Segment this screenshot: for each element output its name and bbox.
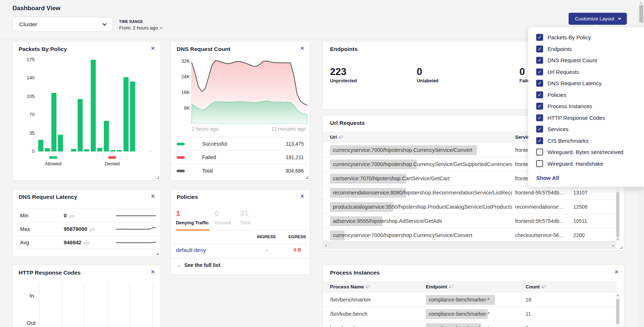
dropdown-item-services[interactable]: ✓Services [528, 123, 644, 135]
resize-handle[interactable] [306, 176, 308, 179]
checkbox-checked-icon[interactable]: ✓ [536, 91, 543, 98]
checkbox-checked-icon[interactable]: ✓ [536, 68, 543, 75]
see-full-list-link[interactable]: → See the full list [176, 262, 220, 268]
checkbox-checked-icon[interactable]: ✓ [536, 57, 543, 64]
legend-value: 191,211 [286, 154, 304, 160]
column-header-egress[interactable]: EGRESS [288, 235, 306, 239]
service-cell: recommendationse… [515, 200, 567, 214]
checkbox-unchecked-icon[interactable] [536, 160, 543, 167]
time-range-selector[interactable]: From: 2 hours ago [119, 25, 162, 31]
y-tick-label: 140 [27, 75, 35, 80]
bar-allowed [117, 150, 122, 151]
dropdown-item-cis-benchmarks[interactable]: ✓CIS Benchmarks [528, 135, 644, 147]
table-horizontal-scrollbar[interactable]: ◂ ▸ [323, 241, 616, 249]
divider [171, 258, 310, 258]
checkbox-checked-icon[interactable]: ✓ [536, 126, 543, 133]
checkbox-checked-icon[interactable]: ✓ [536, 46, 543, 52]
see-full-list-label: See the full list [184, 262, 220, 268]
scrollbar-thumb[interactable] [639, 5, 643, 23]
stat-value: 0 [417, 66, 439, 78]
chevron-down-icon [160, 26, 162, 29]
y-tick-label: 175 [27, 57, 35, 62]
gridline [84, 283, 85, 327]
resize-handle[interactable] [156, 176, 159, 179]
policy-link[interactable]: default-deny [176, 247, 206, 253]
checkbox-checked-icon[interactable]: ✓ [536, 114, 543, 121]
dropdown-item-endpoints[interactable]: ✓Endpoints [528, 43, 644, 55]
gridline [62, 283, 62, 327]
close-icon[interactable]: ✕ [150, 269, 155, 275]
scroll-down-icon[interactable]: ▼ [616, 238, 620, 241]
scroll-up-icon[interactable]: ▲ [639, 0, 644, 4]
close-icon[interactable]: ✕ [300, 193, 305, 200]
column-header-url[interactable]: Url [330, 131, 343, 143]
scroll-left-icon[interactable]: ◂ [325, 241, 327, 249]
count-cell: 9 [526, 321, 558, 327]
y-tick-label: 70 [30, 112, 35, 117]
count-cell: 18 [526, 293, 558, 307]
sort-icon [449, 285, 453, 289]
dropdown-item-url-requests[interactable]: ✓Url Requests [528, 66, 644, 78]
column-header-process-name[interactable]: Process Name [330, 281, 370, 293]
resize-handle[interactable] [156, 252, 159, 255]
customize-layout-button[interactable]: Customize Layout [569, 13, 627, 25]
dropdown-item-wireguard-handshake[interactable]: Wireguard. Handshake [528, 158, 644, 170]
column-header-endpoint[interactable]: Endpoint [426, 281, 453, 293]
show-all-link[interactable]: Show All [536, 175, 644, 181]
gridline [130, 283, 130, 327]
y-tick-label: 35 [30, 130, 35, 136]
dropdown-item-http-response-codes[interactable]: ✓HTTP Response Codes [528, 112, 644, 124]
divider [171, 244, 310, 244]
dropdown-item-policies[interactable]: ✓Policies [528, 89, 644, 101]
scroll-up-icon[interactable]: ▲ [616, 293, 620, 297]
y-tick-label: 32K [177, 58, 190, 64]
policies-tab-unused[interactable]: 0Unused [215, 209, 231, 225]
table-vertical-scrollbar[interactable]: ▲ [616, 293, 620, 327]
table-row[interactable]: productcatalogservice:3550/hipstershop.P… [323, 200, 616, 214]
table-row[interactable]: adservice:9555/hipstershop.AdService/Get… [323, 214, 616, 228]
column-header-ingress[interactable]: INGRESS [257, 235, 276, 239]
column-header-count[interactable]: Count [526, 281, 546, 293]
stat-value: 223 [330, 66, 357, 78]
gridline [153, 283, 153, 327]
resize-handle[interactable] [620, 246, 623, 249]
bar-allowed [123, 77, 129, 151]
close-icon[interactable]: ✕ [150, 45, 155, 52]
latency-unit: µs [89, 226, 95, 232]
view-selector[interactable]: Cluster [12, 17, 113, 32]
dropdown-item-packets-by-policy[interactable]: ✓Packets By Policy [528, 32, 644, 43]
dropdown-item-wireguard-bytes-sent-received[interactable]: Wireguard. Bytes sent/received [528, 146, 644, 158]
url-cell: recommendationservice:8080/hipstershop.R… [330, 186, 512, 200]
y-tick-label: 16K [177, 90, 190, 95]
policies-tab-denying-traffic[interactable]: 1Denying Traffic [176, 209, 209, 225]
table-row[interactable]: /bin/kube-benchcompliance-benchmarker-*1… [323, 307, 616, 321]
count-cell: 10511 [573, 214, 606, 228]
process-name-cell: benchmarker [330, 321, 421, 327]
endpoint-stat: 223Unprotected [330, 66, 357, 83]
close-icon[interactable]: ✕ [614, 269, 619, 275]
dropdown-item-dns-request-latency[interactable]: ✓DNS Request Latency [528, 78, 644, 89]
time-range-value: From: 2 hours ago [119, 25, 158, 31]
scrollbar-thumb[interactable] [616, 299, 619, 324]
card-title: Url Requests [330, 120, 365, 126]
scrollbar-thumb[interactable] [616, 192, 619, 237]
scroll-right-icon[interactable]: ▸ [612, 241, 614, 249]
table-row[interactable]: benchmarkercompliance-benchmarker-*9 [323, 321, 616, 327]
checkbox-checked-icon[interactable]: ✓ [536, 80, 543, 87]
dropdown-item-dns-request-count[interactable]: ✓DNS Request Count [528, 55, 644, 66]
close-icon[interactable]: ✕ [150, 193, 155, 200]
checkbox-checked-icon[interactable]: ✓ [536, 137, 543, 144]
checkbox-unchecked-icon[interactable] [536, 149, 543, 155]
table-row[interactable]: recommendationservice:8080/hipstershop.R… [323, 186, 616, 200]
close-icon[interactable]: ✕ [300, 45, 305, 52]
table-row[interactable]: currencyservice:7000/hipstershop.Currenc… [323, 228, 616, 243]
checkbox-checked-icon[interactable]: ✓ [536, 103, 543, 110]
policies-tab-total[interactable]: 31Total [240, 209, 251, 225]
checkbox-checked-icon[interactable]: ✓ [536, 34, 543, 41]
egress-value: 4 B [293, 247, 301, 253]
table-row[interactable]: /bin/benchmarkercompliance-benchmarker-*… [323, 293, 616, 307]
card-dns-request-latency: DNS Request Latency ✕ Min0 µsMax95879000… [12, 189, 161, 257]
latency-rows: Min0 µsMax95879000 µsAvg946942 µs [13, 209, 160, 249]
legend-item: Denied [101, 156, 123, 166]
dropdown-item-process-instances[interactable]: ✓Process Instances [528, 101, 644, 112]
